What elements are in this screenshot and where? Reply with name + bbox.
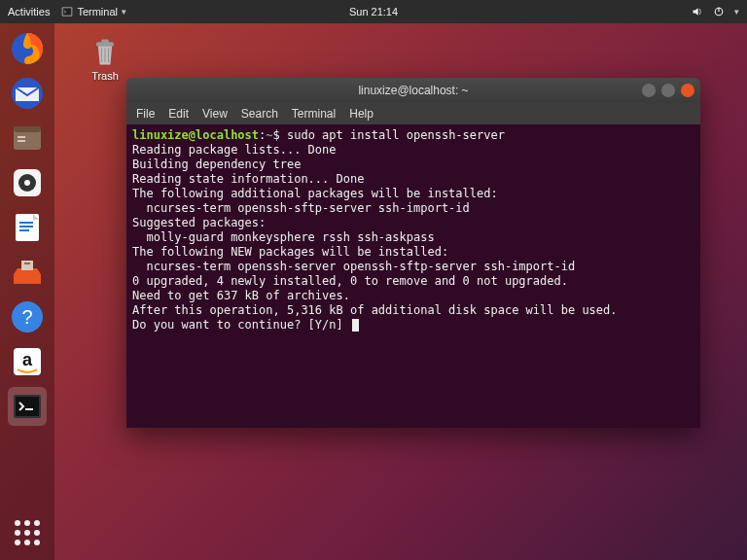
dock-item-rhythmbox[interactable]	[8, 163, 47, 202]
app-menu[interactable]: Terminal ▾	[61, 6, 126, 18]
window-maximize-button[interactable]	[661, 84, 675, 97]
dock-item-terminal[interactable]	[8, 387, 47, 426]
menu-edit[interactable]: Edit	[168, 107, 189, 121]
firefox-icon	[8, 29, 47, 68]
dock-item-writer[interactable]	[8, 208, 47, 247]
dock-item-thunderbird[interactable]	[8, 74, 47, 113]
dock-item-software[interactable]	[8, 253, 47, 292]
terminal-content[interactable]: linuxize@localhost:~$ sudo apt install o…	[126, 124, 700, 428]
show-applications-button[interactable]	[8, 513, 47, 552]
terminal-icon	[8, 387, 47, 426]
menu-help[interactable]: Help	[349, 107, 374, 121]
power-icon[interactable]	[713, 6, 725, 18]
dock-item-files[interactable]	[8, 119, 47, 158]
menu-search[interactable]: Search	[241, 107, 278, 121]
amazon-icon: a	[8, 342, 47, 381]
dock-item-help[interactable]: ?	[8, 298, 47, 336]
svg-text:a: a	[22, 350, 33, 369]
libreoffice-writer-icon	[8, 208, 47, 247]
svg-rect-17	[21, 261, 33, 270]
desktop-icon-trash[interactable]: Trash	[76, 35, 134, 82]
svg-rect-27	[101, 40, 108, 44]
menu-bar: File Edit View Search Terminal Help	[126, 103, 700, 124]
rhythmbox-icon	[8, 163, 47, 202]
svg-rect-8	[18, 136, 25, 138]
menu-terminal[interactable]: Terminal	[292, 107, 336, 121]
menu-file[interactable]: File	[136, 107, 155, 121]
svg-rect-25	[25, 408, 33, 410]
trash-icon	[88, 35, 123, 70]
volume-icon[interactable]	[692, 6, 703, 18]
terminal-icon	[61, 6, 73, 18]
window-title: linuxize@localhost: ~	[358, 84, 468, 97]
window-minimize-button[interactable]	[642, 84, 656, 97]
terminal-cursor	[352, 319, 359, 332]
activities-button[interactable]: Activities	[8, 6, 50, 18]
svg-rect-24	[16, 397, 39, 416]
svg-point-12	[24, 180, 30, 186]
svg-rect-16	[19, 229, 29, 231]
window-close-button[interactable]	[681, 84, 694, 97]
chevron-down-icon: ▾	[122, 7, 126, 17]
desktop-icon-label: Trash	[91, 70, 119, 82]
dock: ? a	[0, 23, 54, 560]
svg-rect-18	[24, 262, 30, 264]
svg-rect-9	[18, 140, 25, 142]
dock-item-firefox[interactable]	[8, 29, 47, 68]
svg-rect-15	[19, 226, 33, 228]
software-icon	[8, 253, 47, 292]
svg-rect-7	[14, 126, 41, 132]
svg-rect-1	[63, 8, 72, 16]
window-titlebar[interactable]: linuxize@localhost: ~	[126, 78, 700, 103]
help-icon: ?	[8, 298, 47, 336]
svg-rect-3	[718, 8, 719, 13]
dock-item-amazon[interactable]: a	[8, 342, 47, 381]
svg-text:?: ?	[21, 306, 32, 328]
chevron-down-icon[interactable]: ▾	[734, 7, 739, 17]
thunderbird-icon	[8, 74, 47, 113]
terminal-window: linuxize@localhost: ~ File Edit View Sea…	[126, 78, 700, 428]
top-bar: Activities Terminal ▾ Sun 21:14 ▾	[0, 0, 747, 23]
app-menu-label: Terminal	[77, 6, 118, 18]
menu-view[interactable]: View	[202, 107, 228, 121]
svg-rect-14	[19, 222, 33, 224]
files-icon	[8, 119, 47, 158]
clock[interactable]: Sun 21:14	[349, 6, 398, 18]
